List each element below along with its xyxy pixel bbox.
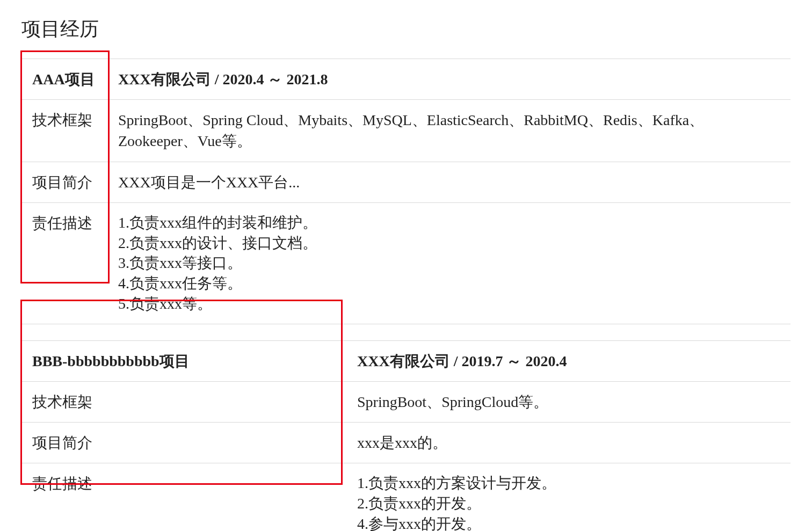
project2-resp-label: 责任描述 — [21, 463, 346, 531]
section-title: 项目经历 — [21, 16, 791, 42]
project2-company: XXX有限公司 / 2019.7 ～ 2020.4 — [346, 340, 791, 381]
project1-resp-value: 1.负责xxx组件的封装和维护。2.负责xxx的设计、接口文档。3.负责xxx等… — [107, 202, 791, 324]
project2-header-row: BBB-bbbbbbbbbbb项目 XXX有限公司 / 2019.7 ～ 202… — [21, 340, 791, 381]
resp-item: 5.负责xxx等。 — [118, 294, 780, 314]
project2-resp-row: 责任描述 1.负责xxx的方案设计与开发。2.负责xxx的开发。4.参与xxx的… — [21, 463, 791, 531]
project1-tech-label: 技术框架 — [21, 100, 107, 162]
project1-intro-row: 项目简介 XXX项目是一个XXX平台... — [21, 162, 791, 202]
project2-tech-label: 技术框架 — [21, 381, 346, 422]
project2-tech-value: SpringBoot、SpringCloud等。 — [346, 381, 791, 422]
project1-intro-label: 项目简介 — [21, 162, 107, 202]
resp-item: 1.负责xxx的方案设计与开发。 — [357, 473, 780, 493]
resp-item: 4.负责xxx任务等。 — [118, 273, 780, 294]
resp-item: 2.负责xxx的开发。 — [357, 493, 780, 514]
project1-intro-value: XXX项目是一个XXX平台... — [107, 162, 791, 202]
project1-tech-row: 技术框架 SpringBoot、Spring Cloud、Mybaits、MyS… — [21, 100, 791, 162]
project2-name: BBB-bbbbbbbbbbb项目 — [21, 340, 346, 381]
project2-intro-row: 项目简介 xxx是xxx的。 — [21, 423, 791, 463]
project1-resp-row: 责任描述 1.负责xxx组件的封装和维护。2.负责xxx的设计、接口文档。3.负… — [21, 202, 791, 324]
project1-name: AAA项目 — [21, 59, 107, 100]
project2-intro-value: xxx是xxx的。 — [346, 423, 791, 463]
resp-item: 2.负责xxx的设计、接口文档。 — [118, 233, 780, 253]
project1-table: AAA项目 XXX有限公司 / 2020.4 ～ 2021.8 技术框架 Spr… — [21, 59, 791, 324]
project2-resp-value: 1.负责xxx的方案设计与开发。2.负责xxx的开发。4.参与xxx的开发。 — [346, 463, 791, 531]
project2-tech-row: 技术框架 SpringBoot、SpringCloud等。 — [21, 381, 791, 422]
project1-resp-label: 责任描述 — [21, 202, 107, 324]
resp-item: 4.参与xxx的开发。 — [357, 514, 780, 531]
resp-item: 1.负责xxx组件的封装和维护。 — [118, 213, 780, 233]
project1-tech-value: SpringBoot、Spring Cloud、Mybaits、MySQL、El… — [107, 100, 791, 162]
resp-item: 3.负责xxx等接口。 — [118, 253, 780, 273]
project1-header-row: AAA项目 XXX有限公司 / 2020.4 ～ 2021.8 — [21, 59, 791, 100]
project2-intro-label: 项目简介 — [21, 423, 346, 463]
project2-table: BBB-bbbbbbbbbbb项目 XXX有限公司 / 2019.7 ～ 202… — [21, 340, 791, 531]
project1-company: XXX有限公司 / 2020.4 ～ 2021.8 — [107, 59, 791, 100]
